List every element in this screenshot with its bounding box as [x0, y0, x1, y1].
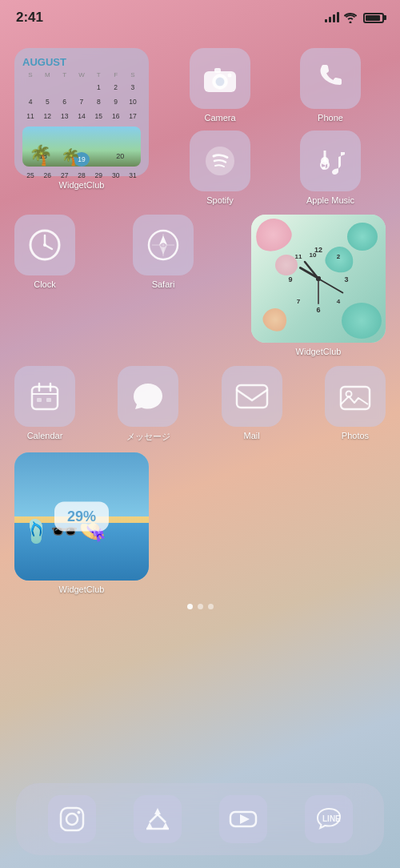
mail-icon-bg — [222, 366, 282, 427]
svg-text:♪: ♪ — [320, 151, 330, 175]
svg-point-13 — [43, 243, 46, 247]
safari-app[interactable]: Safari — [133, 215, 194, 356]
svg-text:10: 10 — [310, 251, 317, 259]
spotify-icon-bg — [190, 131, 250, 191]
line-dock-app[interactable]: LINE — [305, 795, 353, 843]
calendar-app[interactable]: Calendar — [14, 366, 75, 443]
svg-point-42 — [77, 811, 80, 814]
page-indicator — [14, 604, 386, 609]
phone-label: Phone — [318, 113, 343, 123]
svg-point-41 — [66, 814, 78, 825]
photos-app[interactable]: Photos — [325, 366, 386, 443]
dock: LINE — [16, 783, 384, 855]
svg-rect-3 — [214, 68, 221, 73]
status-icons — [325, 13, 384, 23]
widget-beach[interactable]: 🩴🕶️👒 29% WidgetClub — [14, 452, 149, 594]
clock-icon-bg — [14, 215, 75, 275]
widget-clock-shells[interactable]: 12 3 6 9 2 4 11 7 10 — [251, 215, 386, 356]
svg-text:9: 9 — [288, 275, 292, 283]
calendar-icon-bg — [14, 366, 75, 427]
status-time: 2:41 — [16, 10, 43, 26]
calendar-header: S M T W T F S — [22, 71, 141, 78]
mail-app[interactable]: Mail — [222, 366, 282, 443]
home-screen: AUGUST S M T W T F S — [0, 40, 400, 780]
widget-calendar[interactable]: AUGUST S M T W T F S — [14, 48, 149, 205]
svg-point-30 — [316, 276, 321, 281]
photos-icon-bg — [325, 366, 386, 427]
svg-text:6: 6 — [316, 306, 320, 314]
apple-music-icon-bg: ♪ — [300, 131, 361, 191]
wifi-icon — [344, 13, 357, 23]
camera-app[interactable]: Camera — [190, 48, 250, 123]
status-bar: 2:41 — [0, 0, 400, 35]
widget-beach-label: WidgetClub — [14, 585, 149, 594]
calendar-month: AUGUST — [22, 56, 141, 68]
photos-label: Photos — [342, 431, 369, 440]
youtube-dock-icon — [219, 795, 267, 843]
svg-text:11: 11 — [295, 253, 302, 260]
row-1: AUGUST S M T W T F S — [14, 48, 386, 205]
phone-app[interactable]: Phone — [300, 48, 361, 123]
clock-label: Clock — [34, 279, 56, 289]
svg-line-44 — [158, 814, 166, 822]
svg-line-43 — [150, 814, 158, 822]
row-3: Calendar メッセージ Mail — [14, 366, 386, 443]
page-dot-3 — [208, 604, 214, 609]
beach-progress: 29% — [54, 502, 109, 532]
messages-icon-bg — [118, 366, 178, 427]
phone-icon-bg — [300, 48, 361, 109]
svg-text:7: 7 — [297, 298, 301, 305]
svg-text:4: 4 — [337, 298, 341, 305]
svg-marker-47 — [240, 814, 250, 824]
youtube-dock-app[interactable] — [219, 795, 267, 843]
mail-label: Mail — [244, 431, 260, 440]
camera-icon-bg — [190, 48, 250, 109]
signal-icon — [325, 13, 339, 22]
svg-rect-36 — [46, 398, 51, 402]
safari-label: Safari — [152, 279, 175, 289]
spotify-label: Spotify — [206, 195, 234, 205]
messages-app[interactable]: メッセージ — [118, 366, 178, 443]
instagram-dock-icon — [48, 795, 96, 843]
svg-rect-38 — [341, 387, 370, 409]
calendar-label: Calendar — [27, 431, 63, 440]
svg-text:2: 2 — [337, 253, 341, 260]
right-icons-row1: Camera Phone — [157, 48, 386, 205]
messages-label: メッセージ — [126, 431, 170, 443]
page-dot-2 — [198, 604, 203, 609]
row-2: Clock Safari — [14, 215, 386, 356]
svg-rect-37 — [237, 385, 267, 408]
widget-clock-label: WidgetClub — [251, 347, 386, 356]
svg-point-4 — [228, 74, 232, 78]
page-dot-1 — [187, 604, 193, 609]
line-dock-icon: LINE — [305, 795, 353, 843]
safari-icon-bg — [133, 215, 194, 275]
battery-icon — [363, 13, 384, 23]
analog-clock: 12 3 6 9 2 4 11 7 10 — [282, 243, 354, 315]
camera-label: Camera — [204, 113, 235, 123]
appstore-dock-icon — [134, 795, 182, 843]
calendar-body: 1 2 3 4 5 6 7 8 9 10 — [22, 80, 141, 183]
svg-rect-35 — [37, 398, 42, 402]
svg-text:3: 3 — [344, 275, 348, 283]
appstore-dock-app[interactable] — [134, 795, 182, 843]
svg-line-28 — [305, 262, 318, 279]
spotify-app[interactable]: Spotify — [190, 131, 250, 205]
clock-app[interactable]: Clock — [14, 215, 75, 356]
row-4: 🩴🕶️👒 29% WidgetClub — [14, 452, 386, 594]
svg-rect-31 — [32, 387, 58, 409]
apple-music-label: Apple Music — [306, 195, 354, 205]
calendar-palm-area: 18 19 20 🌴 🌴 — [22, 127, 141, 167]
svg-text:LINE: LINE — [322, 814, 341, 823]
svg-point-2 — [215, 77, 225, 86]
apple-music-app[interactable]: ♪ Apple Music — [300, 131, 361, 205]
instagram-dock-app[interactable] — [48, 795, 96, 843]
